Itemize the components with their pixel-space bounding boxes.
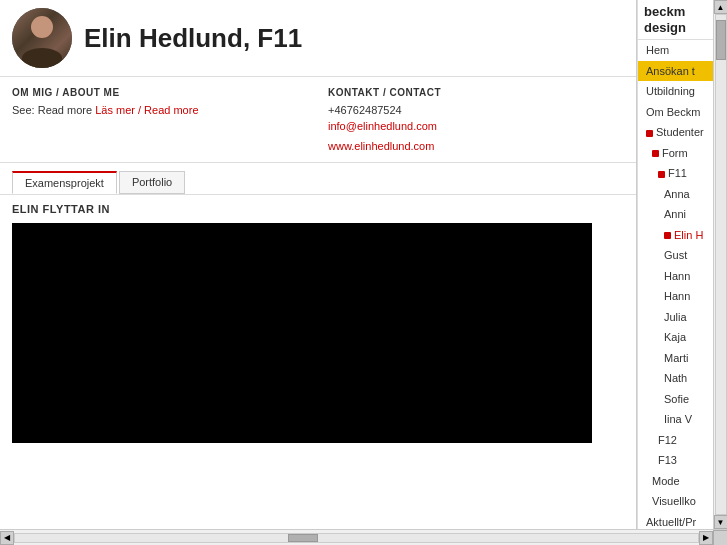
sidebar-label-13: Julia xyxy=(664,311,687,323)
scroll-up-button[interactable]: ▲ xyxy=(714,0,728,14)
sidebar-label-8: Anni xyxy=(664,208,686,220)
sidebar-label-9: Elin H xyxy=(674,229,703,241)
horizontal-scrollbar[interactable]: ◀ ▶ xyxy=(0,530,713,545)
read-more-swedish-link[interactable]: Läs mer / xyxy=(95,104,141,116)
contact-website-link[interactable]: www.elinhedlund.com xyxy=(328,140,624,152)
tabs-container: Examensprojekt Portfolio xyxy=(0,163,636,195)
vertical-scrollbar[interactable]: ▲ ▼ xyxy=(713,0,727,529)
contact-block: KONTAKT / CONTACT +46762487524 info@elin… xyxy=(328,87,624,152)
sidebar-label-6: F11 xyxy=(668,167,687,179)
about-text: See: Read more Läs mer / Read more xyxy=(12,104,308,116)
bullet-icon-4 xyxy=(646,130,653,137)
sidebar-label-21: Mode xyxy=(652,475,680,487)
bullet-icon-6 xyxy=(658,171,665,178)
info-section: OM MIG / ABOUT ME See: Read more Läs mer… xyxy=(0,77,636,163)
sidebar-label-17: Sofie xyxy=(664,393,689,405)
sidebar-label-12: Hann xyxy=(664,290,690,302)
project-title: ELIN FLYTTAR IN xyxy=(0,195,636,219)
sidebar-label-14: Kaja xyxy=(664,331,686,343)
sidebar-label-15: Marti xyxy=(664,352,688,364)
sidebar-label-2: Utbildning xyxy=(646,85,695,97)
bullet-icon-9 xyxy=(664,232,671,239)
avatar xyxy=(12,8,72,68)
sidebar-label-1: Ansökan t xyxy=(646,65,695,77)
about-text-prefix: See: Read more xyxy=(12,104,92,116)
h-scroll-track[interactable] xyxy=(14,533,699,543)
content-area[interactable]: Elin Hedlund, F11 OM MIG / ABOUT ME See:… xyxy=(0,0,637,529)
sidebar-label-19: F12 xyxy=(658,434,677,446)
sidebar-label-18: Iina V xyxy=(664,413,692,425)
sidebar-label-7: Anna xyxy=(664,188,690,200)
sidebar-label-11: Hann xyxy=(664,270,690,282)
bullet-icon-5 xyxy=(652,150,659,157)
scroll-track[interactable] xyxy=(715,14,727,515)
sidebar-label-22: Visuellko xyxy=(652,495,696,507)
sidebar-label-10: Gust xyxy=(664,249,687,261)
h-scroll-thumb[interactable] xyxy=(288,534,318,542)
tab-examensprojekt[interactable]: Examensprojekt xyxy=(12,171,117,194)
contact-email-link[interactable]: info@elinhedlund.com xyxy=(328,120,624,132)
sidebar-label-16: Nath xyxy=(664,372,687,384)
sidebar-label-23: Aktuellt/Pr xyxy=(646,516,696,528)
scroll-thumb[interactable] xyxy=(716,20,726,60)
page-title: Elin Hedlund, F11 xyxy=(84,23,302,54)
sidebar-label-3: Om Beckm xyxy=(646,106,700,118)
about-block: OM MIG / ABOUT ME See: Read more Läs mer… xyxy=(12,87,308,152)
media-area xyxy=(12,223,592,443)
sidebar-label-5: Form xyxy=(662,147,688,159)
scroll-left-button[interactable]: ◀ xyxy=(0,531,14,545)
contact-phone: +46762487524 xyxy=(328,104,624,116)
sidebar-label-4: Studenter xyxy=(656,126,704,138)
sidebar-label-20: F13 xyxy=(658,454,677,466)
scroll-right-button[interactable]: ▶ xyxy=(699,531,713,545)
scroll-down-button[interactable]: ▼ xyxy=(714,515,728,529)
scroll-corner xyxy=(713,530,727,545)
bottom-bar: ◀ ▶ xyxy=(0,529,727,545)
page-header: Elin Hedlund, F11 xyxy=(0,0,636,77)
sidebar-label-0: Hem xyxy=(646,44,669,56)
tab-portfolio[interactable]: Portfolio xyxy=(119,171,185,194)
contact-heading: KONTAKT / CONTACT xyxy=(328,87,624,98)
read-more-english-link[interactable]: Read more xyxy=(144,104,198,116)
about-heading: OM MIG / ABOUT ME xyxy=(12,87,308,98)
